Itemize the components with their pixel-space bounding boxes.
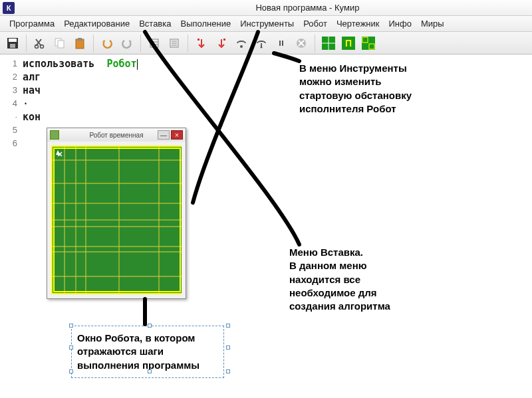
save-button[interactable] [4,35,21,52]
menu-insert[interactable]: Вставка [135,17,175,31]
svg-rect-8 [78,38,82,41]
window-titlebar: К Новая программа - Кумир [0,0,532,16]
menu-worlds[interactable]: Миры [417,17,448,31]
separator [26,35,27,52]
svg-point-18 [240,45,243,48]
svg-point-3 [35,45,39,48]
separator [93,35,94,52]
step-into-button[interactable] [253,35,270,52]
pi-button[interactable]: П [340,35,357,52]
line-number: 3 [0,84,23,97]
menubar: Программа Редактирование Вставка Выполне… [0,16,532,32]
selection-handle[interactable] [226,324,230,328]
redo-button[interactable] [118,35,136,52]
line-number: · [0,110,23,124]
menu-edit[interactable]: Редактирование [60,17,134,31]
annotation-robot-text: Окно Робота, в котором отражаются шаги в… [77,332,200,371]
copy-button[interactable] [51,35,68,52]
annotation-insert: Меню Вставка. В данном меню находится вс… [289,246,396,313]
app-icon: К [3,2,15,14]
window-title: Новая программа - Кумир [255,3,359,13]
paste-button[interactable] [71,35,88,52]
selection-handle[interactable] [69,369,73,373]
grid-green-button[interactable] [320,35,337,52]
svg-rect-2 [10,44,15,48]
code-robot: Робот [106,58,136,70]
selection-handle[interactable] [69,346,73,349]
list-button[interactable] [166,35,183,52]
separator [188,35,188,52]
svg-point-19 [261,46,263,48]
menu-drafter[interactable]: Чертежник [332,17,384,31]
svg-rect-26 [362,37,375,50]
menu-info[interactable]: Инфо [384,17,415,31]
svg-point-4 [41,45,44,48]
selection-handle[interactable] [69,324,73,328]
menu-program[interactable]: Программа [5,17,59,31]
menu-run[interactable]: Выполнение [176,17,235,31]
step-button[interactable] [213,35,230,52]
svg-rect-16 [198,39,200,41]
step-out-button[interactable] [273,35,290,52]
svg-rect-1 [9,39,17,42]
robot-field[interactable] [51,146,182,294]
grid-button-2[interactable] [360,35,377,52]
stop-button[interactable] [293,35,310,52]
code-keyword: алг [23,71,41,83]
separator [140,35,141,52]
svg-rect-9 [150,39,158,47]
selection-handle[interactable] [148,369,152,373]
clear-button[interactable] [146,35,163,52]
undo-button[interactable] [98,35,116,52]
run-button[interactable] [193,35,210,52]
svg-rect-7 [76,39,84,49]
line-number: 1 [0,57,23,70]
line-number: 5 [0,124,23,137]
minimize-button[interactable]: — [158,130,170,140]
cut-button[interactable] [31,35,49,52]
selection-handle[interactable] [148,324,152,328]
menu-robot[interactable]: Робот [299,17,331,31]
svg-rect-17 [223,39,225,41]
robot-window-title: Робот временная [89,132,143,139]
selection-handle[interactable] [226,369,230,373]
robot-app-icon [50,130,59,140]
line-number: 4 [0,97,23,110]
toolbar: П [0,32,532,54]
step-over-button[interactable] [233,35,250,52]
robot-window-titlebar[interactable]: Робот временная — × [47,128,186,142]
selection-handle[interactable] [226,346,230,349]
close-button[interactable]: × [171,130,183,140]
robot-window[interactable]: Робот временная — × [47,128,186,299]
line-number: 6 [0,137,23,150]
line-number: 2 [0,70,23,84]
code-dot: · [23,98,29,110]
code-keyword: кон [23,111,41,123]
svg-text:П: П [345,38,352,49]
code-keyword: использовать [23,58,94,70]
separator [315,35,315,52]
menu-tools[interactable]: Инструменты [236,17,298,31]
svg-rect-6 [58,41,64,48]
line-gutter: 1 2 3 4 · 5 6 [0,54,23,398]
annotation-tools: В меню Инструменты можно изменить старто… [299,62,432,116]
code-keyword: нач [23,84,41,96]
